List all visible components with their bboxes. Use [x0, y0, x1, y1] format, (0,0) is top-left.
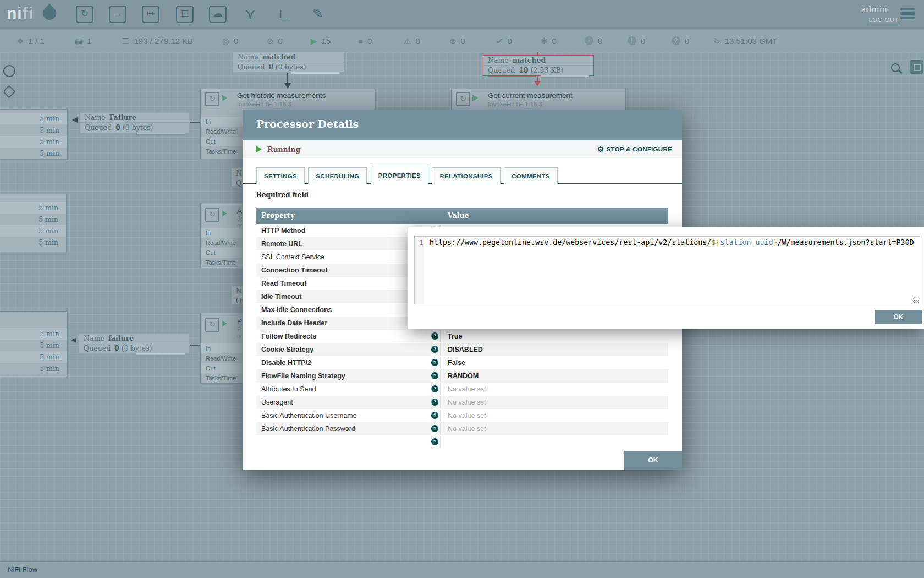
- nifi-application-window: Namematched Queued0(0 bytes) Namematched…: [0, 0, 924, 578]
- resize-handle-icon[interactable]: [913, 297, 919, 303]
- help-icon[interactable]: ?: [431, 346, 438, 353]
- help-icon[interactable]: ?: [431, 412, 438, 419]
- stat-process-groups: ▦1: [75, 29, 92, 52]
- global-menu-icon[interactable]: [900, 8, 915, 21]
- refresh-icon[interactable]: ↻: [713, 37, 721, 45]
- question-icon: ?: [672, 36, 680, 45]
- processor-icon: ↻: [205, 92, 219, 106]
- table-row[interactable]: Follow Redirects?True: [256, 330, 668, 343]
- value-column-header: Value: [448, 208, 469, 224]
- editor-ok-button[interactable]: OK: [875, 310, 922, 324]
- table-row[interactable]: Disable HTTP/2?False: [256, 356, 668, 369]
- warning-icon: ⚠: [404, 37, 411, 45]
- help-icon[interactable]: ?: [431, 372, 438, 379]
- processor-stats-clipped: 5 min 5 min 5 min 5 min: [0, 109, 68, 160]
- line-number: 1: [419, 238, 424, 247]
- processor-icon: ↻: [205, 208, 219, 222]
- table-row[interactable]: Basic Authentication Username?No value s…: [256, 409, 668, 422]
- tab-scheduling[interactable]: SCHEDULING: [308, 167, 367, 184]
- queued-count: 0: [114, 344, 119, 352]
- stat-up-to-date: ✔0: [496, 29, 512, 52]
- dialog-tabs: SETTINGS SCHEDULING PROPERTIES RELATIONS…: [243, 167, 682, 184]
- processor-stats-clipped: 5 min 5 min 5 min 5 min: [0, 311, 68, 377]
- queued-count: 10: [519, 66, 528, 74]
- tab-properties[interactable]: PROPERTIES: [371, 167, 428, 184]
- dialog-header: Processor Details: [243, 110, 682, 140]
- connection-arrow-icon: [72, 117, 78, 123]
- stat-window: 5 min: [0, 340, 67, 351]
- breadcrumb-bar: NiFi Flow: [0, 561, 924, 578]
- help-icon[interactable]: ?: [431, 359, 438, 366]
- output-port-toolbar-icon[interactable]: ↦: [142, 6, 160, 23]
- table-row[interactable]: FlowFile Naming Strategy?RANDOM: [256, 369, 668, 383]
- processor-stats-clipped: 5 min 5 min 5 min 5 min: [0, 194, 67, 252]
- tab-settings[interactable]: SETTINGS: [256, 167, 305, 184]
- connection-label: NameFailure Queued0(0 bytes): [80, 112, 190, 133]
- stat-stopped: ■0: [358, 29, 372, 52]
- stat-window: 5 min: [0, 124, 67, 136]
- el-variable: station_uuid: [720, 238, 773, 247]
- stop-and-configure-button[interactable]: ⚙STOP & CONFIGURE: [597, 145, 672, 154]
- nifi-logo: nifi: [7, 4, 34, 23]
- funnel-toolbar-icon[interactable]: ⋎: [241, 6, 259, 23]
- queued-size: (0 bytes): [122, 344, 152, 352]
- no-target-icon: ⊘: [267, 37, 274, 45]
- help-icon[interactable]: ?: [431, 438, 438, 445]
- settings-tile-icon[interactable]: [910, 60, 923, 74]
- value-textarea[interactable]: 1 https://www.pegelonline.wsv.de/webserv…: [414, 236, 920, 304]
- stat-window: 5 min: [0, 148, 67, 159]
- property-value-editor: 1 https://www.pegelonline.wsv.de/webserv…: [408, 227, 924, 329]
- processor-toolbar-icon[interactable]: ↻: [76, 6, 94, 23]
- processor-icon: ↻: [456, 92, 470, 106]
- processor-bundle: or: [237, 333, 242, 339]
- play-icon: [222, 210, 227, 217]
- help-icon[interactable]: ?: [431, 425, 438, 432]
- stat-running: ▶15: [311, 29, 331, 52]
- stat-stale: ↑0: [585, 29, 602, 52]
- table-row[interactable]: Useragent?No value set: [256, 396, 668, 409]
- remote-process-group-toolbar-icon[interactable]: ☁: [209, 6, 227, 23]
- stat-window: 5 min: [0, 363, 67, 374]
- processor-type: InvokeHTTP 1.16.3: [488, 101, 542, 107]
- process-group-toolbar-icon[interactable]: ⊡: [176, 6, 194, 23]
- table-row[interactable]: Cookie Strategy?DISABLED: [256, 343, 668, 356]
- connection-arrow-icon: [71, 337, 76, 343]
- processor-title: Get current measurement: [488, 91, 573, 100]
- stat-cluster-nodes: ❖1 / 1: [16, 29, 45, 52]
- tab-comments[interactable]: COMMENTS: [504, 167, 557, 184]
- search-icon[interactable]: [891, 63, 900, 72]
- dialog-ok-button[interactable]: OK: [624, 451, 682, 470]
- connection-line: [287, 72, 288, 84]
- table-row-partial[interactable]: ?: [256, 435, 668, 449]
- nifi-drop-icon: [40, 4, 59, 23]
- help-icon[interactable]: ?: [431, 385, 438, 392]
- stat-refresh[interactable]: ↻13:51:03 GMT: [713, 29, 777, 52]
- queue-bars: [238, 72, 340, 74]
- tab-relationships[interactable]: RELATIONSHIPS: [432, 167, 500, 184]
- template-toolbar-icon[interactable]: ∟: [276, 6, 293, 23]
- cubes-icon: ❖: [16, 37, 24, 45]
- queue-bars: [85, 133, 185, 134]
- label-toolbar-icon[interactable]: ✎: [309, 6, 327, 23]
- queue-bars: [488, 75, 589, 77]
- stat-window: 5 min: [0, 214, 66, 225]
- table-header: Property Value: [256, 208, 668, 224]
- queued-key: Queued: [238, 63, 265, 71]
- property-column-header: Property: [261, 208, 295, 224]
- queued-size: (2.53 KB): [531, 66, 564, 74]
- input-port-toolbar-icon[interactable]: →: [109, 6, 127, 23]
- grid-icon: ▦: [75, 37, 82, 45]
- dialog-title: Processor Details: [243, 110, 682, 130]
- table-row[interactable]: Basic Authentication Password?No value s…: [256, 422, 668, 435]
- stat-invalid: ⚠0: [404, 29, 420, 52]
- breadcrumb[interactable]: NiFi Flow: [8, 565, 37, 574]
- processor-type: InvokeHTTP 1.16.3: [237, 101, 292, 107]
- connection-name: matched: [513, 56, 546, 64]
- current-user: admin: [861, 4, 887, 14]
- logout-link[interactable]: LOG OUT: [868, 17, 899, 23]
- help-icon[interactable]: ?: [431, 399, 438, 406]
- help-icon[interactable]: ?: [431, 332, 438, 340]
- connection-name-key: Name: [488, 56, 509, 64]
- logo-text: ni: [7, 4, 23, 22]
- table-row[interactable]: Attributes to Send?No value set: [256, 383, 668, 396]
